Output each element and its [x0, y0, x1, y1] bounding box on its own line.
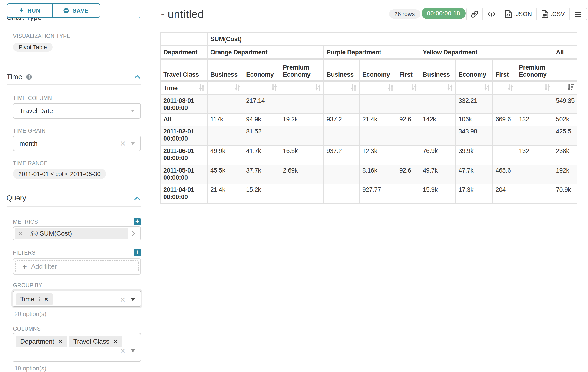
- export-json-label: .JSON: [514, 11, 532, 18]
- sort-icon[interactable]: [272, 84, 277, 91]
- value-cell: [208, 126, 243, 146]
- pivot-row: 2011-06-01 00:00:0049.9k41.7k16.5k937.21…: [160, 146, 577, 165]
- sortable-column-cell[interactable]: [456, 82, 493, 95]
- sort-icon[interactable]: [545, 84, 550, 91]
- value-cell: [397, 126, 420, 146]
- time-column-select[interactable]: Travel Date: [13, 103, 141, 118]
- columns-tag[interactable]: Travel Class×: [69, 336, 122, 347]
- row-count-badge: 26 rows: [389, 9, 420, 19]
- sortable-column-cell[interactable]: [243, 82, 280, 95]
- remove-metric-icon[interactable]: ×: [15, 228, 26, 239]
- visualization-type-value[interactable]: Pivot Table: [13, 43, 52, 52]
- export-csv-label: .CSV: [551, 11, 565, 18]
- travel-class-cell: Business: [420, 60, 456, 82]
- sort-icon[interactable]: [388, 84, 393, 91]
- sortable-column-cell[interactable]: [280, 82, 324, 95]
- chart-title[interactable]: - untitled: [161, 8, 204, 21]
- sort-icon[interactable]: [412, 84, 417, 91]
- add-filter-button[interactable]: +: [134, 249, 141, 256]
- row-header-cell: 2011-04-01 00:00:00: [160, 184, 208, 204]
- value-cell: 92.6: [397, 165, 420, 184]
- info-icon[interactable]: [26, 74, 32, 80]
- group-by-select[interactable]: Timei× ×: [13, 291, 141, 307]
- sortable-column-cell[interactable]: [208, 82, 243, 95]
- run-button[interactable]: RUN: [7, 4, 52, 17]
- value-cell: [324, 165, 359, 184]
- travel-class-cell: Business: [208, 60, 243, 82]
- sort-icon[interactable]: [508, 84, 513, 91]
- sortable-column-cell[interactable]: [420, 82, 456, 95]
- value-cell: 92.6: [397, 114, 420, 126]
- value-cell: [516, 184, 553, 204]
- department-group-cell: Purple Department: [324, 46, 420, 60]
- export-csv-button[interactable]: .CSV: [537, 8, 570, 20]
- value-cell: 12.3k: [359, 146, 397, 165]
- caret-down-icon[interactable]: [131, 142, 135, 145]
- value-cell: 37.7k: [243, 165, 280, 184]
- columns-tag[interactable]: Department×: [16, 336, 67, 347]
- embed-code-button[interactable]: [483, 8, 500, 20]
- value-cell: 502k: [553, 114, 577, 126]
- value-cell: 15.2k: [243, 184, 280, 204]
- export-json-button[interactable]: .JSON: [500, 8, 537, 20]
- sort-icon[interactable]: [235, 84, 240, 91]
- chevron-up-icon[interactable]: [134, 75, 140, 79]
- sort-icon[interactable]: [315, 84, 321, 91]
- sort-desc-icon[interactable]: [568, 85, 574, 91]
- sortable-column-cell[interactable]: [397, 82, 420, 95]
- clear-icon[interactable]: ×: [120, 139, 126, 148]
- remove-tag-icon[interactable]: ×: [58, 338, 62, 345]
- expand-metric-icon[interactable]: [128, 231, 139, 236]
- remove-tag-icon[interactable]: ×: [113, 338, 117, 345]
- remove-tag-icon[interactable]: ×: [44, 296, 48, 303]
- sortable-column-cell[interactable]: [553, 82, 577, 95]
- sort-icon[interactable]: [484, 84, 489, 91]
- row-axis-label-cell[interactable]: Time: [160, 82, 208, 95]
- info-icon[interactable]: i: [39, 296, 40, 302]
- value-cell: [516, 95, 553, 114]
- time-range-value[interactable]: 2011-01-01 ≤ col < 2011-06-30: [13, 169, 106, 179]
- columns-select[interactable]: Department×Travel Class× ×: [13, 333, 141, 362]
- clear-icon[interactable]: ×: [120, 295, 125, 304]
- value-cell: 549.35: [553, 95, 577, 114]
- sortable-column-cell[interactable]: [516, 82, 553, 95]
- value-cell: 8.16k: [359, 165, 397, 184]
- value-cell: [280, 184, 324, 204]
- sort-icon[interactable]: [447, 84, 452, 91]
- caret-down-icon[interactable]: [131, 298, 135, 301]
- time-grain-select[interactable]: month ×: [13, 136, 141, 151]
- sortable-column-cell[interactable]: [359, 82, 397, 95]
- add-filter-dropzone[interactable]: + Add filter: [15, 260, 138, 273]
- save-button[interactable]: SAVE: [52, 4, 100, 17]
- divider: [7, 206, 141, 207]
- sort-icon[interactable]: [199, 84, 204, 91]
- value-cell: [359, 126, 397, 146]
- column-axis-label-cell: Department: [160, 46, 208, 60]
- add-metric-button[interactable]: +: [134, 218, 141, 225]
- share-link-button[interactable]: [467, 8, 483, 20]
- caret-down-icon[interactable]: [131, 109, 135, 112]
- sortable-column-cell[interactable]: [324, 82, 359, 95]
- travel-class-cell: First: [493, 60, 516, 82]
- columns-tag-label: Department: [20, 338, 54, 345]
- metric-option[interactable]: × f(x) SUM(Cost): [15, 228, 128, 239]
- sort-icon[interactable]: [351, 84, 356, 91]
- panel-gutter[interactable]: [153, 0, 153, 372]
- metric-label: SUM(Cost): [40, 230, 72, 237]
- clear-icon[interactable]: ×: [120, 346, 125, 355]
- plus-circle-icon: [63, 8, 69, 13]
- value-cell: 17.3k: [456, 184, 493, 204]
- chevron-up-icon[interactable]: [134, 196, 140, 200]
- metric-header-row: SUM(Cost): [160, 32, 577, 46]
- value-cell: 41.7k: [243, 146, 280, 165]
- fx-icon: f(x): [26, 230, 40, 236]
- group-by-tag[interactable]: Timei×: [16, 293, 53, 305]
- menu-button[interactable]: [570, 8, 587, 20]
- value-cell: 937.2: [324, 114, 359, 126]
- caret-down-icon[interactable]: [131, 350, 135, 352]
- sortable-column-cell[interactable]: [493, 82, 516, 95]
- row-header-cell: All: [160, 114, 208, 126]
- travel-class-cell: Premium Economy: [280, 60, 324, 82]
- value-cell: [420, 95, 456, 114]
- value-cell: 39.9k: [456, 146, 493, 165]
